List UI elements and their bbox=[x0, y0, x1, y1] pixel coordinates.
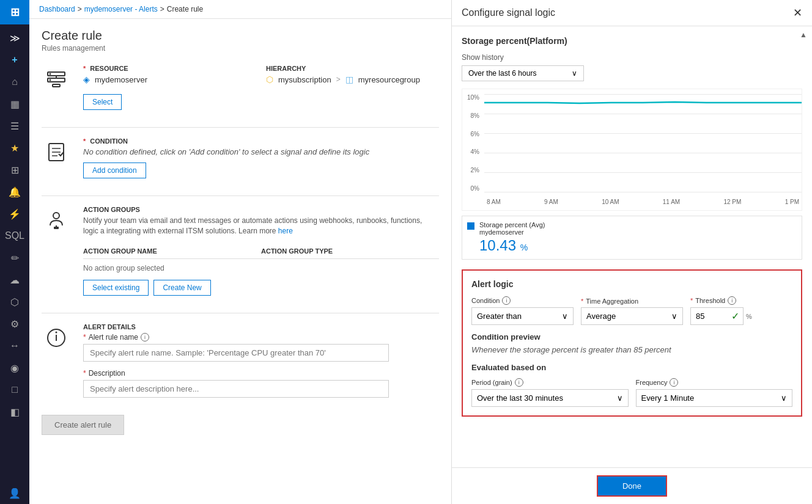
shield-icon[interactable]: ⬡ bbox=[0, 291, 29, 313]
col-name-header: ACTION GROUP NAME bbox=[83, 247, 261, 255]
breadcrumb-alerts[interactable]: mydemoserver - Alerts bbox=[84, 5, 158, 13]
condition-icon bbox=[42, 137, 71, 167]
breadcrumb-dashboard[interactable]: Dashboard bbox=[39, 5, 75, 13]
condition-field-group: Condition i Greater than ∨ bbox=[471, 296, 574, 325]
period-field-group: Period (grain) i Over the last 30 minute… bbox=[471, 378, 629, 407]
done-button[interactable]: Done bbox=[597, 475, 667, 497]
frequency-field-label: Frequency i bbox=[636, 378, 793, 387]
sidebar: ⊞ ≫ + ⌂ ▦ ☰ ★ ⊞ 🔔 ⚡ SQL ✏ ☁ ⬡ ⚙ ↔ ◉ □ ◧ … bbox=[0, 0, 29, 504]
condition-field-label: Condition i bbox=[471, 296, 574, 305]
plus-icon[interactable]: + bbox=[0, 49, 29, 71]
select-button[interactable]: Select bbox=[83, 94, 122, 110]
expand-icon[interactable]: ≫ bbox=[0, 27, 29, 49]
threshold-input[interactable]: 85 bbox=[691, 308, 728, 324]
frequency-field-group: Frequency i Every 1 Minute ∨ bbox=[636, 378, 793, 407]
period-info-icon[interactable]: i bbox=[515, 378, 523, 387]
legend-color-box bbox=[467, 222, 474, 230]
learn-more-link[interactable]: here bbox=[278, 227, 293, 235]
sql-icon[interactable]: SQL bbox=[0, 225, 29, 247]
hierarchy-label: HIERARCHY bbox=[266, 65, 439, 72]
breadcrumb-current: Create rule bbox=[167, 5, 203, 13]
rule-name-info-icon[interactable]: i bbox=[141, 333, 149, 341]
threshold-input-row: 85 ✓ bbox=[690, 307, 744, 325]
server-icon: ◈ bbox=[83, 75, 90, 84]
chart-container: 10% 8% 6% 4% 2% 0% bbox=[462, 89, 802, 211]
subscription-name: mysubscription bbox=[278, 75, 331, 84]
condition-chevron-icon: ∨ bbox=[562, 312, 568, 321]
condition-preview-label: Condition preview bbox=[471, 332, 792, 341]
threshold-field-group: * Threshold i 85 ✓ % bbox=[690, 296, 792, 325]
condition-body: * CONDITION No condition defined, click … bbox=[83, 137, 439, 178]
show-history-label: Show history bbox=[462, 53, 802, 62]
threshold-field-label: * Threshold i bbox=[690, 296, 792, 305]
alert-details-section: ALERT DETAILS * Alert rule name i * Desc… bbox=[42, 323, 439, 405]
resource-row: ◈ mydemoserver bbox=[83, 75, 256, 84]
period-select[interactable]: Over the last 30 minutes ∨ bbox=[471, 389, 629, 407]
svg-rect-5 bbox=[53, 84, 60, 87]
lightning-icon[interactable]: ⚡ bbox=[0, 203, 29, 225]
menu-icon[interactable]: ☰ bbox=[0, 115, 29, 137]
scroll-up-indicator: ▲ bbox=[800, 31, 807, 39]
favorites-icon[interactable]: ★ bbox=[0, 137, 29, 159]
user-icon[interactable]: 👤 bbox=[0, 482, 29, 504]
select-existing-button[interactable]: Select existing bbox=[83, 280, 149, 296]
puzzle-icon[interactable]: ◧ bbox=[0, 401, 29, 423]
arrows-icon[interactable]: ↔ bbox=[0, 335, 29, 357]
action-groups-body: ACTION GROUPS Notify your team via email… bbox=[83, 206, 439, 296]
resource-icon bbox=[42, 65, 71, 94]
condition-select[interactable]: Greater than ∨ bbox=[471, 307, 574, 325]
monitor-icon[interactable]: □ bbox=[0, 379, 29, 401]
breadcrumb: Dashboard > mydemoserver - Alerts > Crea… bbox=[29, 0, 451, 19]
page-title: Create rule bbox=[42, 29, 439, 43]
grid-line-0 bbox=[484, 192, 802, 192]
add-condition-button[interactable]: Add condition bbox=[83, 163, 146, 178]
panel-body: ▲ Storage percent(Platform) Show history… bbox=[452, 26, 812, 467]
notifications-icon[interactable]: 🔔 bbox=[0, 181, 29, 203]
period-value: Over the last 30 minutes bbox=[477, 393, 563, 403]
svg-point-10 bbox=[53, 213, 59, 219]
apps-icon[interactable]: ⊞ bbox=[0, 159, 29, 181]
condition-info-icon[interactable]: i bbox=[502, 296, 511, 305]
description-input[interactable] bbox=[83, 380, 389, 398]
home-icon[interactable]: ⌂ bbox=[0, 71, 29, 93]
rule-name-input[interactable] bbox=[83, 344, 389, 362]
panel-title: Configure signal logic bbox=[462, 7, 555, 18]
cloud-icon[interactable]: ☁ bbox=[0, 269, 29, 291]
subscription-icon: ⬡ bbox=[266, 75, 273, 84]
resource-section: * RESOURCE ◈ mydemoserver HIERARCHY ⬡ my… bbox=[42, 65, 439, 110]
close-panel-button[interactable]: ✕ bbox=[793, 7, 802, 18]
chart-legend: Storage percent (Avg) mydemoserver 10.43… bbox=[462, 216, 802, 260]
dashboard-icon[interactable]: ▦ bbox=[0, 93, 29, 115]
page-subtitle: Rules management bbox=[42, 44, 439, 53]
condition-value: Greater than bbox=[477, 312, 522, 321]
resource-group-icon: ◫ bbox=[345, 75, 353, 84]
period-chevron-icon: ∨ bbox=[617, 393, 623, 403]
alert-logic-box: Alert logic Condition i Greater than ∨ bbox=[462, 269, 802, 417]
chart-x-labels: 8 AM 9 AM 10 AM 11 AM 12 PM 1 PM bbox=[484, 193, 802, 210]
action-groups-section: ACTION GROUPS Notify your team via email… bbox=[42, 206, 439, 296]
edit-icon[interactable]: ✏ bbox=[0, 247, 29, 269]
time-agg-field-label: * Time Aggregation bbox=[581, 298, 683, 305]
time-agg-select[interactable]: Average ∨ bbox=[581, 307, 683, 325]
show-history-select[interactable]: Over the last 6 hours ∨ bbox=[462, 65, 584, 81]
frequency-info-icon[interactable]: i bbox=[670, 378, 678, 387]
resource-body: * RESOURCE ◈ mydemoserver HIERARCHY ⬡ my… bbox=[83, 65, 439, 110]
create-alert-rule-button[interactable]: Create alert rule bbox=[42, 415, 124, 435]
period-freq-row: Period (grain) i Over the last 30 minute… bbox=[471, 378, 792, 407]
svg-rect-11 bbox=[54, 227, 59, 229]
sidebar-logo: ⊞ bbox=[0, 0, 29, 24]
svg-point-3 bbox=[50, 79, 51, 81]
frequency-value: Every 1 Minute bbox=[641, 393, 695, 403]
legend-info: Storage percent (Avg) mydemoserver 10.43… bbox=[479, 221, 545, 254]
action-groups-desc: Notify your team via email and text mess… bbox=[83, 216, 439, 236]
threshold-info-icon[interactable]: i bbox=[728, 296, 736, 305]
circle-icon[interactable]: ◉ bbox=[0, 357, 29, 379]
condition-section: * CONDITION No condition defined, click … bbox=[42, 137, 439, 178]
breadcrumb-sep1: > bbox=[78, 5, 82, 13]
frequency-select[interactable]: Every 1 Minute ∨ bbox=[636, 389, 793, 407]
action-groups-label: ACTION GROUPS bbox=[83, 206, 439, 213]
resource-group-name: myresourcegroup bbox=[358, 75, 420, 84]
create-new-button[interactable]: Create New bbox=[153, 280, 210, 296]
action-buttons: Select existing Create New bbox=[83, 280, 439, 296]
settings2-icon[interactable]: ⚙ bbox=[0, 313, 29, 335]
